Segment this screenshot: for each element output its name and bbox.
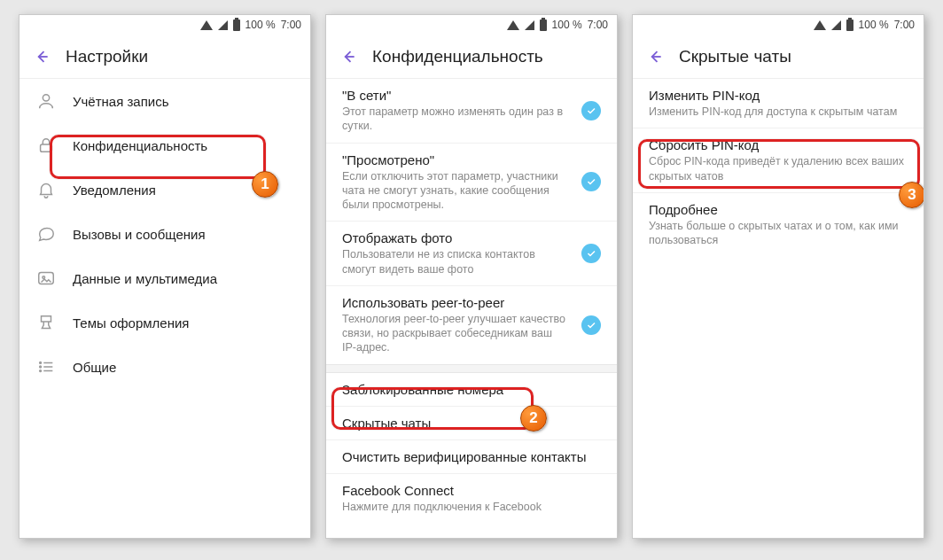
user-icon [35, 90, 57, 112]
svg-rect-2 [39, 273, 54, 284]
item-sub: Изменить PIN-код для доступа к скрытым ч… [649, 105, 908, 119]
status-time: 7:00 [281, 19, 301, 31]
item-label: Данные и мультимедиа [73, 271, 294, 286]
item-title: Использовать peer-to-peer [342, 295, 565, 310]
item-more[interactable]: Подробнее Узнать больше о скрытых чатах … [633, 193, 924, 257]
item-title: Сбросить PIN-код [649, 137, 908, 152]
battery-text: 100 % [245, 19, 276, 31]
item-label: Темы оформления [73, 315, 294, 331]
status-time: 7:00 [894, 19, 915, 31]
list-icon [35, 356, 57, 377]
lock-icon [35, 135, 57, 156]
settings-item-notifications[interactable]: Уведомления [19, 167, 310, 212]
toggle-photo[interactable]: Отображать фото Пользователи не из списк… [326, 222, 617, 286]
battery-text: 100 % [552, 19, 582, 31]
check-icon[interactable] [581, 244, 601, 263]
item-label: Общие [73, 360, 294, 375]
item-title: Отображать фото [342, 230, 565, 245]
settings-item-media[interactable]: Данные и мультимедиа [19, 256, 310, 300]
signal-icon [218, 20, 228, 30]
settings-item-privacy[interactable]: Конфиденциальность [19, 123, 310, 167]
item-hidden-chats[interactable]: Скрытые чаты [326, 407, 617, 440]
item-title: Facebook Connect [342, 483, 601, 498]
settings-item-calls[interactable]: Вызовы и сообщения [19, 212, 310, 256]
check-icon[interactable] [581, 101, 601, 121]
svg-point-0 [43, 95, 49, 101]
status-bar: 100 % 7:00 [326, 15, 617, 35]
hidden-chats-list: Изменить PIN-код Изменить PIN-код для до… [633, 79, 924, 538]
page-title: Конфиденциальность [372, 47, 543, 66]
item-sub: Пользователи не из списка контактов смог… [342, 247, 565, 276]
item-sub: Этот параметр можно изменять один раз в … [342, 105, 565, 134]
item-sub: Сброс PIN-кода приведёт к удалению всех … [649, 154, 908, 183]
wifi-icon [507, 20, 519, 30]
status-bar: 100 % 7:00 [19, 15, 310, 35]
item-sub: Узнать больше о скрытых чатах и о том, к… [649, 219, 908, 248]
item-sub: Нажмите для подключения к Facebook [342, 500, 601, 514]
item-clear-verified[interactable]: Очистить верифицированные контакты [326, 440, 617, 474]
status-time: 7:00 [588, 19, 608, 31]
item-blocked[interactable]: Заблокированные номера [326, 373, 617, 407]
titlebar: Скрытые чаты [633, 35, 924, 79]
status-bar: 100 % 7:00 [633, 15, 924, 35]
back-arrow-icon[interactable] [643, 45, 666, 68]
chat-icon [35, 223, 57, 245]
screen-settings: 100 % 7:00 Настройки Учётная запись Конф… [19, 14, 311, 539]
wifi-icon [814, 20, 826, 30]
check-icon[interactable] [581, 315, 601, 335]
item-label: Учётная запись [73, 94, 294, 109]
svg-point-6 [40, 370, 42, 372]
battery-text: 100 % [859, 19, 889, 31]
settings-item-account[interactable]: Учётная запись [19, 79, 310, 123]
back-arrow-icon[interactable] [337, 45, 360, 68]
page-title: Настройки [66, 47, 148, 66]
brush-icon [35, 312, 57, 333]
screen-hidden-chats: 100 % 7:00 Скрытые чаты Изменить PIN-код… [632, 14, 924, 539]
screen-privacy: 100 % 7:00 Конфиденциальность "В сети" Э… [325, 14, 618, 539]
item-label: Конфиденциальность [73, 138, 294, 153]
item-sub: Если отключить этот параметр, участники … [342, 169, 565, 213]
page-title: Скрытые чаты [679, 47, 791, 66]
wifi-icon [200, 20, 213, 30]
settings-item-themes[interactable]: Темы оформления [19, 300, 310, 345]
battery-icon [846, 19, 853, 31]
item-label: Вызовы и сообщения [73, 227, 294, 242]
item-reset-pin[interactable]: Сбросить PIN-код Сброс PIN-кода приведёт… [633, 128, 924, 193]
titlebar: Настройки [19, 35, 310, 79]
toggle-online[interactable]: "В сети" Этот параметр можно изменять од… [326, 79, 617, 144]
media-icon [35, 268, 57, 289]
svg-rect-1 [41, 144, 52, 152]
item-label: Уведомления [73, 183, 294, 198]
svg-point-4 [40, 362, 42, 364]
item-title: "Просмотрено" [342, 152, 565, 167]
toggle-p2p[interactable]: Использовать peer-to-peer Технология pee… [326, 286, 617, 364]
bell-icon [35, 179, 57, 200]
privacy-list: "В сети" Этот параметр можно изменять од… [326, 79, 617, 538]
item-title: Заблокированные номера [342, 382, 601, 397]
item-sub: Технология peer-to-peer улучшает качеств… [342, 312, 565, 355]
signal-icon [831, 20, 841, 30]
check-icon[interactable] [581, 172, 601, 191]
back-arrow-icon[interactable] [30, 45, 53, 68]
toggle-seen[interactable]: "Просмотрено" Если отключить этот параме… [326, 144, 617, 222]
section-gap [326, 364, 617, 373]
settings-list: Учётная запись Конфиденциальность Уведом… [19, 79, 310, 538]
item-title: "В сети" [342, 88, 565, 103]
item-change-pin[interactable]: Изменить PIN-код Изменить PIN-код для до… [633, 79, 924, 128]
item-facebook[interactable]: Facebook Connect Нажмите для подключения… [326, 474, 617, 523]
settings-item-general[interactable]: Общие [19, 345, 310, 389]
item-title: Скрытые чаты [342, 416, 601, 431]
battery-icon [540, 19, 547, 31]
titlebar: Конфиденциальность [326, 35, 617, 79]
item-title: Очистить верифицированные контакты [342, 449, 601, 464]
item-title: Изменить PIN-код [649, 88, 908, 103]
item-title: Подробнее [649, 202, 908, 217]
battery-icon [233, 19, 240, 31]
signal-icon [525, 20, 534, 30]
svg-point-5 [40, 366, 42, 368]
